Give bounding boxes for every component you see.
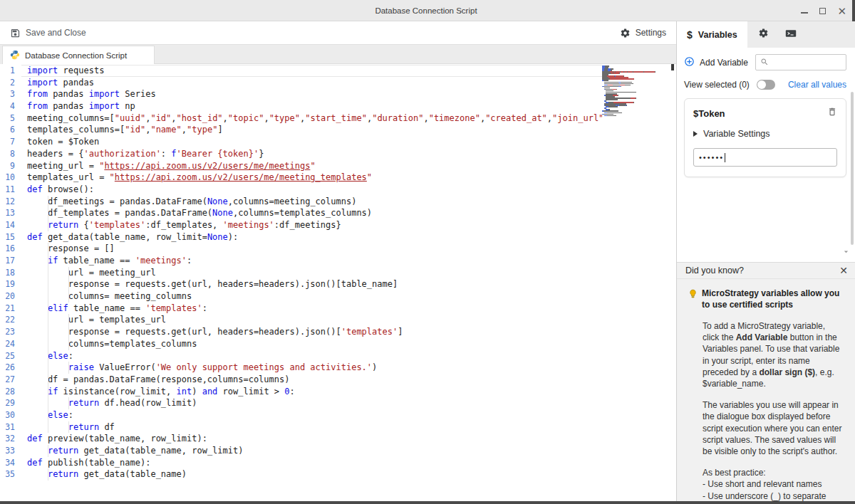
- code-line[interactable]: def publish(table_name):: [21, 457, 602, 469]
- code-line[interactable]: else:: [21, 409, 602, 421]
- panel-scrollbar-thumb[interactable]: [851, 92, 854, 245]
- close-button[interactable]: ✕: [837, 6, 846, 16]
- did-you-know-title: Did you know?: [685, 266, 744, 275]
- editor-scrollbar-thumb[interactable]: [671, 64, 674, 70]
- code-line[interactable]: import requests: [21, 65, 602, 77]
- code-line[interactable]: columns=templates_columns: [21, 338, 602, 350]
- minimize-button[interactable]: [801, 12, 808, 14]
- gear-icon: [620, 28, 631, 38]
- triangle-right-icon: [693, 131, 698, 137]
- code-editor[interactable]: 1234567891011121314151617181920212223242…: [0, 64, 676, 501]
- variables-tab-label: Variables: [698, 30, 737, 40]
- minimap[interactable]: [602, 65, 676, 501]
- code-line[interactable]: return df.head(row_limit): [21, 397, 602, 409]
- maximize-button[interactable]: [819, 8, 826, 14]
- code-line[interactable]: def preview(table_name, row_limit):: [21, 433, 602, 445]
- search-input[interactable]: [769, 58, 833, 67]
- text-caret: [725, 153, 725, 162]
- code-line[interactable]: response = []: [21, 243, 602, 255]
- save-icon: [10, 28, 21, 38]
- masked-value: ••••••: [699, 154, 724, 162]
- code-line[interactable]: return df: [21, 421, 602, 434]
- code-line[interactable]: else:: [21, 350, 602, 362]
- code-line[interactable]: df_meetings = pandas.DataFrame(None,colu…: [21, 196, 602, 208]
- code-line[interactable]: return get_data(table_name, row_limit): [21, 445, 602, 457]
- code-line[interactable]: def browse():: [21, 184, 602, 196]
- main-area: Save and Close Settings: [0, 21, 852, 501]
- code-content[interactable]: import requestsimport pandasfrom pandas …: [21, 65, 602, 501]
- close-tip-icon[interactable]: ✕: [839, 266, 848, 275]
- tip-bullet: - Use short and relevant names: [703, 478, 846, 490]
- code-line[interactable]: elif table_name == 'templates':: [21, 303, 602, 315]
- variables-list-area: Add Variable View selected (0) Clear all…: [677, 48, 855, 262]
- add-variable-button[interactable]: Add Variable: [684, 56, 748, 69]
- settings-button[interactable]: Settings: [620, 28, 666, 38]
- title-bar: Database Connection Script ✕: [0, 0, 852, 21]
- trash-icon[interactable]: [827, 107, 837, 120]
- line-number-gutter: 1234567891011121314151617181920212223242…: [0, 65, 21, 501]
- lightbulb-icon: [688, 288, 698, 310]
- gear-badge-icon: [758, 28, 769, 41]
- add-variable-label: Add Variable: [700, 58, 748, 68]
- code-line[interactable]: response = requests.get(url, headers=hea…: [21, 326, 602, 338]
- code-line[interactable]: import pandas: [21, 77, 602, 89]
- code-line[interactable]: columns= meeting_columns: [21, 290, 602, 303]
- tab-database-connection-script[interactable]: Database Connection Script: [2, 46, 155, 65]
- tab-packages[interactable]: [753, 21, 774, 48]
- tip-title: MicroStrategy variables allow you to use…: [702, 288, 846, 310]
- variables-panel: $ Variables: [677, 21, 855, 501]
- code-line[interactable]: return get_data(table_name): [21, 468, 602, 481]
- code-line[interactable]: raise ValueError('We only support meetin…: [21, 362, 602, 374]
- code-line[interactable]: if isinstance(row_limit, int) and row_li…: [21, 386, 602, 398]
- variable-search[interactable]: [755, 54, 846, 70]
- variable-name: $Token: [693, 108, 725, 119]
- view-selected-toggle[interactable]: [757, 80, 775, 90]
- code-line[interactable]: token = $Token: [21, 136, 602, 148]
- tab-strip: Database Connection Script: [0, 44, 676, 64]
- code-line[interactable]: if table_name == 'meetings':: [21, 255, 602, 267]
- code-line[interactable]: response = requests.get(url, headers=hea…: [21, 278, 602, 290]
- save-and-close-button[interactable]: Save and Close: [10, 28, 86, 38]
- variable-value-input[interactable]: ••••••: [693, 148, 837, 167]
- panel-tabs: $ Variables: [677, 21, 855, 48]
- code-line[interactable]: templates_columns=["id","name","type"]: [21, 124, 602, 136]
- tip-paragraph: The variables you use will appear in the…: [703, 399, 844, 457]
- code-line[interactable]: df = pandas.DataFrame(response,columns=c…: [21, 374, 602, 386]
- code-line[interactable]: def get_data(table_name, row_limit=None)…: [21, 231, 602, 243]
- editor-pane: Save and Close Settings: [0, 21, 677, 501]
- tab-variables[interactable]: $ Variables: [677, 21, 747, 48]
- did-you-know-section: Did you know? ✕ MicroStrategy variables …: [677, 262, 855, 501]
- search-icon: [760, 56, 769, 69]
- app-window: Database Connection Script ✕ Save and Cl…: [0, 0, 855, 504]
- tab-label: Database Connection Script: [25, 51, 127, 60]
- code-line[interactable]: return {'templates':df_templates, 'meeti…: [21, 219, 602, 231]
- code-line[interactable]: headers = {'authorization': f'Bearer {to…: [21, 148, 602, 160]
- scroll-more-indicator[interactable]: [841, 246, 851, 259]
- variable-card-token: $Token Variable Settings ••••••: [684, 98, 846, 177]
- chevron-down-icon: [841, 246, 851, 258]
- toolbar: Save and Close Settings: [0, 21, 676, 44]
- terminal-icon: [785, 28, 797, 41]
- variable-settings-expander[interactable]: Variable Settings: [693, 129, 837, 139]
- save-and-close-label: Save and Close: [26, 28, 86, 38]
- code-line[interactable]: df_templates = pandas.DataFrame(None,col…: [21, 207, 602, 219]
- variable-settings-label: Variable Settings: [703, 129, 770, 139]
- plus-circle-icon: [684, 56, 695, 69]
- window-title: Database Connection Script: [0, 6, 852, 15]
- code-line[interactable]: meeting_columns=["uuid","id","host_id","…: [21, 112, 602, 125]
- tip-bullet: - Use underscore (_) to separate words: [703, 490, 846, 501]
- settings-label: Settings: [636, 28, 666, 38]
- dollar-icon: $: [687, 29, 693, 41]
- code-line[interactable]: from pandas import np: [21, 100, 602, 112]
- tab-console[interactable]: [780, 21, 802, 48]
- window-controls: ✕: [801, 0, 846, 21]
- code-line[interactable]: url = meeting_url: [21, 267, 602, 279]
- clear-all-values-link[interactable]: Clear all values: [788, 80, 846, 90]
- code-line[interactable]: url = templates_url: [21, 314, 602, 326]
- view-selected-label: View selected (0): [684, 80, 750, 90]
- code-line[interactable]: templates_url = "https://api.zoom.us/v2/…: [21, 172, 602, 184]
- tip-paragraph: To add a MicroStrategy variable, click t…: [703, 320, 844, 389]
- code-line[interactable]: meeting_url = "https://api.zoom.us/v2/us…: [21, 160, 602, 172]
- tip-paragraph: As best practice:: [703, 467, 844, 478]
- code-line[interactable]: from pandas import Series: [21, 88, 602, 100]
